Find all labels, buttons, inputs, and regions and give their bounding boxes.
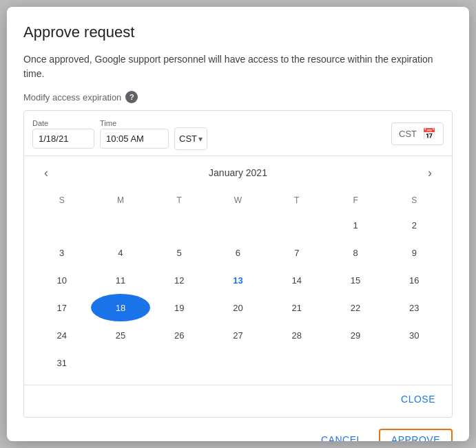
calendar-day <box>267 211 326 239</box>
modify-label: Modify access expiration <box>23 92 121 103</box>
tz-field-group: CST ▾ <box>174 118 207 150</box>
calendar-day[interactable]: 5 <box>150 239 209 266</box>
calendar-day[interactable]: 13 <box>209 266 267 294</box>
calendar-day[interactable]: 30 <box>385 321 444 349</box>
calendar-day <box>326 349 384 376</box>
approve-button[interactable]: APPROVE <box>379 429 453 441</box>
calendar-day[interactable]: 19 <box>150 294 209 321</box>
time-field-group: Time <box>100 119 169 149</box>
calendar-day[interactable]: 8 <box>326 239 384 266</box>
calendar-day[interactable]: 10 <box>32 266 91 294</box>
calendar-day[interactable]: 21 <box>267 294 326 321</box>
calendar-day[interactable]: 2 <box>385 211 444 239</box>
calendar-day <box>209 211 267 239</box>
cst-right-label: CST <box>399 129 417 139</box>
date-input[interactable] <box>32 129 94 149</box>
timezone-value: CST <box>179 134 197 144</box>
calendar-day[interactable]: 15 <box>326 266 384 294</box>
calendar-day[interactable]: 20 <box>209 294 267 321</box>
cancel-button[interactable]: CANCEL <box>310 429 373 441</box>
calendar-day <box>91 211 149 239</box>
date-field-group: Date <box>32 119 94 149</box>
calendar-day[interactable]: 27 <box>209 321 267 349</box>
close-button[interactable]: CLOSE <box>393 388 444 410</box>
calendar-day[interactable]: 11 <box>91 266 149 294</box>
calendar-month-year: January 2021 <box>209 167 267 178</box>
calendar-day <box>385 349 444 376</box>
chevron-down-icon: ▾ <box>198 134 203 144</box>
calendar-day[interactable]: 9 <box>385 239 444 266</box>
calendar-day <box>209 349 267 376</box>
time-input[interactable] <box>100 129 169 149</box>
weekday-header: S <box>385 189 444 211</box>
weekday-header: T <box>267 189 326 211</box>
next-month-button[interactable]: › <box>419 162 441 184</box>
cst-right-field: CST 📅 <box>391 122 444 145</box>
date-label: Date <box>32 119 94 127</box>
dialog-actions: CANCEL APPROVE <box>7 418 469 441</box>
calendar-nav: ‹ January 2021 › <box>32 162 444 184</box>
dialog-title: Approve request <box>23 23 453 41</box>
calendar-day[interactable]: 12 <box>150 266 209 294</box>
prev-month-button[interactable]: ‹ <box>35 162 57 184</box>
picker-top-row: Date Time CST ▾ <box>24 111 452 156</box>
timezone-wrapper[interactable]: CST ▾ <box>174 127 207 150</box>
calendar-day[interactable]: 23 <box>385 294 444 321</box>
approve-dialog: Approve request Once approved, Google su… <box>7 7 469 441</box>
weekday-header: T <box>150 189 209 211</box>
dialog-header: Approve request Once approved, Google su… <box>7 7 469 110</box>
weekday-header: S <box>32 189 91 211</box>
calendar-day[interactable]: 16 <box>385 266 444 294</box>
calendar-day <box>150 349 209 376</box>
picker-footer: CLOSE <box>24 385 452 417</box>
weekday-header: W <box>209 189 267 211</box>
dialog-body-text: Once approved, Google support personnel … <box>23 52 453 81</box>
calendar-day[interactable]: 22 <box>326 294 384 321</box>
calendar-day[interactable]: 7 <box>267 239 326 266</box>
calendar-day[interactable]: 24 <box>32 321 91 349</box>
calendar-day[interactable]: 3 <box>32 239 91 266</box>
calendar: ‹ January 2021 › SMTWTFS 123456789101112… <box>24 156 452 385</box>
calendar-day[interactable]: 29 <box>326 321 384 349</box>
calendar-grid: SMTWTFS 12345678910111213141516171819202… <box>32 189 444 376</box>
calendar-day[interactable]: 31 <box>32 349 91 376</box>
time-label: Time <box>100 119 169 127</box>
calendar-day[interactable]: 1 <box>326 211 384 239</box>
calendar-day[interactable]: 17 <box>32 294 91 321</box>
calendar-day[interactable]: 18 <box>91 294 149 321</box>
help-icon[interactable]: ? <box>125 91 138 103</box>
calendar-icon[interactable]: 📅 <box>422 127 436 140</box>
calendar-day[interactable]: 6 <box>209 239 267 266</box>
calendar-day[interactable]: 4 <box>91 239 149 266</box>
calendar-day[interactable]: 25 <box>91 321 149 349</box>
weekday-header: F <box>326 189 384 211</box>
modify-row: Modify access expiration ? <box>23 91 453 103</box>
weekday-header: M <box>91 189 149 211</box>
calendar-day <box>150 211 209 239</box>
calendar-day <box>32 211 91 239</box>
calendar-day <box>267 349 326 376</box>
calendar-day[interactable]: 26 <box>150 321 209 349</box>
calendar-day[interactable]: 14 <box>267 266 326 294</box>
tz-spacer <box>174 118 207 126</box>
calendar-day[interactable]: 28 <box>267 321 326 349</box>
calendar-day <box>91 349 149 376</box>
date-picker-area: Date Time CST ▾ <box>23 110 453 418</box>
